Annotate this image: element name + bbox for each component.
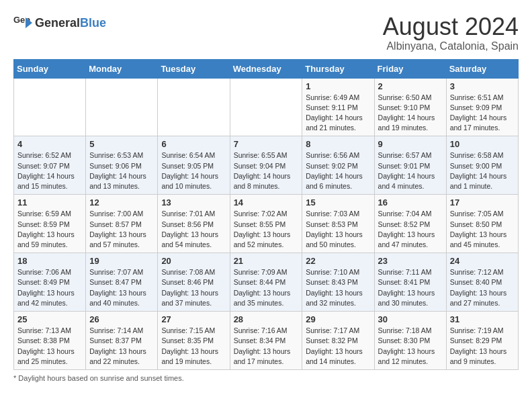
day-number: 20 <box>161 256 226 266</box>
day-cell: 17Sunrise: 7:05 AM Sunset: 8:50 PM Dayli… <box>446 195 518 253</box>
day-info: Sunrise: 7:18 AM Sunset: 8:30 PM Dayligh… <box>378 326 443 367</box>
day-number: 4 <box>17 139 82 149</box>
day-cell: 14Sunrise: 7:02 AM Sunset: 8:55 PM Dayli… <box>230 195 302 253</box>
day-number: 6 <box>161 139 226 149</box>
day-cell: 2Sunrise: 6:50 AM Sunset: 9:10 PM Daylig… <box>374 78 446 136</box>
day-info: Sunrise: 7:08 AM Sunset: 8:46 PM Dayligh… <box>161 267 226 308</box>
main-title: August 2024 <box>383 13 519 40</box>
column-header-monday: Monday <box>86 59 158 78</box>
day-cell: 21Sunrise: 7:09 AM Sunset: 8:44 PM Dayli… <box>230 253 302 312</box>
day-cell: 30Sunrise: 7:18 AM Sunset: 8:30 PM Dayli… <box>374 312 446 370</box>
logo-general: General <box>35 16 80 30</box>
day-cell: 27Sunrise: 7:15 AM Sunset: 8:35 PM Dayli… <box>158 312 230 370</box>
day-cell: 7Sunrise: 6:55 AM Sunset: 9:04 PM Daylig… <box>230 136 302 195</box>
title-area: August 2024 Albinyana, Catalonia, Spain <box>383 13 519 52</box>
column-header-wednesday: Wednesday <box>230 59 302 78</box>
day-cell: 20Sunrise: 7:08 AM Sunset: 8:46 PM Dayli… <box>158 253 230 312</box>
header: Gen GeneralBlue August 2024 Albinyana, C… <box>13 13 519 52</box>
column-header-thursday: Thursday <box>302 59 374 78</box>
column-header-tuesday: Tuesday <box>158 59 230 78</box>
day-cell: 10Sunrise: 6:58 AM Sunset: 9:00 PM Dayli… <box>446 136 518 195</box>
day-info: Sunrise: 7:17 AM Sunset: 8:32 PM Dayligh… <box>306 326 370 367</box>
day-info: Sunrise: 7:05 AM Sunset: 8:50 PM Dayligh… <box>450 209 515 250</box>
day-cell: 19Sunrise: 7:07 AM Sunset: 8:47 PM Dayli… <box>86 253 158 312</box>
week-row-3: 11Sunrise: 6:59 AM Sunset: 8:59 PM Dayli… <box>14 195 519 253</box>
day-cell: 4Sunrise: 6:52 AM Sunset: 9:07 PM Daylig… <box>14 136 86 195</box>
day-cell: 3Sunrise: 6:51 AM Sunset: 9:09 PM Daylig… <box>446 78 518 136</box>
footer-text: Daylight hours <box>18 374 65 382</box>
week-row-1: 1Sunrise: 6:49 AM Sunset: 9:11 PM Daylig… <box>14 78 519 136</box>
day-number: 26 <box>89 314 154 324</box>
day-info: Sunrise: 6:59 AM Sunset: 8:59 PM Dayligh… <box>17 209 82 250</box>
day-info: Sunrise: 7:11 AM Sunset: 8:41 PM Dayligh… <box>378 267 443 308</box>
logo-icon: Gen <box>13 13 32 32</box>
column-header-saturday: Saturday <box>446 59 518 78</box>
day-info: Sunrise: 7:02 AM Sunset: 8:55 PM Dayligh… <box>234 209 299 250</box>
day-number: 24 <box>450 256 515 266</box>
day-number: 21 <box>234 256 299 266</box>
day-info: Sunrise: 6:52 AM Sunset: 9:07 PM Dayligh… <box>17 150 82 191</box>
day-cell: 8Sunrise: 6:56 AM Sunset: 9:02 PM Daylig… <box>302 136 374 195</box>
day-info: Sunrise: 6:55 AM Sunset: 9:04 PM Dayligh… <box>234 150 299 191</box>
day-info: Sunrise: 7:16 AM Sunset: 8:34 PM Dayligh… <box>234 326 299 367</box>
day-cell: 15Sunrise: 7:03 AM Sunset: 8:53 PM Dayli… <box>302 195 374 253</box>
day-info: Sunrise: 6:56 AM Sunset: 9:02 PM Dayligh… <box>306 150 370 191</box>
day-cell <box>14 78 86 136</box>
day-cell: 11Sunrise: 6:59 AM Sunset: 8:59 PM Dayli… <box>14 195 86 253</box>
day-info: Sunrise: 6:49 AM Sunset: 9:11 PM Dayligh… <box>306 93 370 134</box>
day-number: 28 <box>234 314 299 324</box>
day-info: Sunrise: 7:07 AM Sunset: 8:47 PM Dayligh… <box>89 267 154 308</box>
logo: Gen GeneralBlue <box>13 13 106 32</box>
day-cell <box>86 78 158 136</box>
day-info: Sunrise: 7:04 AM Sunset: 8:52 PM Dayligh… <box>378 209 443 250</box>
day-cell: 12Sunrise: 7:00 AM Sunset: 8:57 PM Dayli… <box>86 195 158 253</box>
day-cell: 13Sunrise: 7:01 AM Sunset: 8:56 PM Dayli… <box>158 195 230 253</box>
day-cell: 16Sunrise: 7:04 AM Sunset: 8:52 PM Dayli… <box>374 195 446 253</box>
day-number: 10 <box>450 139 515 149</box>
day-number: 12 <box>89 197 154 208</box>
day-info: Sunrise: 7:12 AM Sunset: 8:40 PM Dayligh… <box>450 267 515 308</box>
day-number: 2 <box>378 81 443 91</box>
day-cell: 31Sunrise: 7:19 AM Sunset: 8:29 PM Dayli… <box>446 312 518 370</box>
day-info: Sunrise: 7:19 AM Sunset: 8:29 PM Dayligh… <box>450 326 515 367</box>
day-number: 7 <box>234 139 299 149</box>
day-info: Sunrise: 6:54 AM Sunset: 9:05 PM Dayligh… <box>161 150 226 191</box>
calendar-header-row: SundayMondayTuesdayWednesdayThursdayFrid… <box>14 59 519 78</box>
day-cell: 25Sunrise: 7:13 AM Sunset: 8:38 PM Dayli… <box>14 312 86 370</box>
day-info: Sunrise: 7:14 AM Sunset: 8:37 PM Dayligh… <box>89 326 154 367</box>
day-cell: 1Sunrise: 6:49 AM Sunset: 9:11 PM Daylig… <box>302 78 374 136</box>
day-number: 9 <box>378 139 443 149</box>
day-info: Sunrise: 7:10 AM Sunset: 8:43 PM Dayligh… <box>306 267 370 308</box>
subtitle: Albinyana, Catalonia, Spain <box>383 40 519 52</box>
day-cell: 23Sunrise: 7:11 AM Sunset: 8:41 PM Dayli… <box>374 253 446 312</box>
day-number: 18 <box>17 256 82 266</box>
day-number: 25 <box>17 314 82 324</box>
day-number: 17 <box>450 197 515 208</box>
week-row-2: 4Sunrise: 6:52 AM Sunset: 9:07 PM Daylig… <box>14 136 519 195</box>
day-number: 30 <box>378 314 443 324</box>
day-cell: 24Sunrise: 7:12 AM Sunset: 8:40 PM Dayli… <box>446 253 518 312</box>
day-number: 27 <box>161 314 226 324</box>
day-info: Sunrise: 6:58 AM Sunset: 9:00 PM Dayligh… <box>450 150 515 191</box>
day-info: Sunrise: 7:01 AM Sunset: 8:56 PM Dayligh… <box>161 209 226 250</box>
day-cell: 28Sunrise: 7:16 AM Sunset: 8:34 PM Dayli… <box>230 312 302 370</box>
day-number: 29 <box>306 314 370 324</box>
day-cell: 5Sunrise: 6:53 AM Sunset: 9:06 PM Daylig… <box>86 136 158 195</box>
day-number: 31 <box>450 314 515 324</box>
day-cell: 18Sunrise: 7:06 AM Sunset: 8:49 PM Dayli… <box>14 253 86 312</box>
logo-blue: Blue <box>80 16 106 30</box>
footer-note: * Daylight hours based on sunrise and su… <box>13 374 519 382</box>
day-info: Sunrise: 7:13 AM Sunset: 8:38 PM Dayligh… <box>17 326 82 367</box>
day-number: 23 <box>378 256 443 266</box>
week-row-4: 18Sunrise: 7:06 AM Sunset: 8:49 PM Dayli… <box>14 253 519 312</box>
column-header-friday: Friday <box>374 59 446 78</box>
day-info: Sunrise: 7:03 AM Sunset: 8:53 PM Dayligh… <box>306 209 370 250</box>
day-number: 5 <box>89 139 154 149</box>
day-number: 15 <box>306 197 370 208</box>
day-info: Sunrise: 6:50 AM Sunset: 9:10 PM Dayligh… <box>378 93 443 134</box>
day-info: Sunrise: 6:53 AM Sunset: 9:06 PM Dayligh… <box>89 150 154 191</box>
day-cell: 26Sunrise: 7:14 AM Sunset: 8:37 PM Dayli… <box>86 312 158 370</box>
day-number: 11 <box>17 197 82 208</box>
day-number: 14 <box>234 197 299 208</box>
column-header-sunday: Sunday <box>14 59 86 78</box>
